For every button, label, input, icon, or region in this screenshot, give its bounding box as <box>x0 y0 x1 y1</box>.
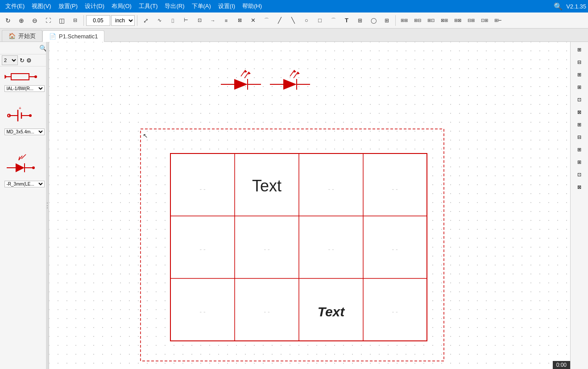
svg-text:Text: Text <box>318 304 346 319</box>
settings-icon[interactable]: ⚙ <box>26 57 32 64</box>
comp-btn4[interactable]: ⊠⊞ <box>438 14 451 27</box>
menu-file[interactable]: 文件(E) <box>2 1 28 11</box>
zoom-out-button[interactable]: ⊖ <box>29 14 41 27</box>
comp1-select[interactable]: IAL-1/8W(R... <box>4 85 45 92</box>
coordinates-display: 0:00 <box>556 362 567 368</box>
tabbar: 🏠 开始页 📄 P1.Schematic1 <box>0 29 588 42</box>
fit-button[interactable]: ⛶ <box>42 14 54 27</box>
menu-settings[interactable]: 设置(I) <box>215 1 239 11</box>
menu-layout[interactable]: 布局(O) <box>108 1 135 11</box>
menu-design[interactable]: 设计(D) <box>81 1 108 11</box>
unit-select[interactable]: inch mm <box>111 15 135 26</box>
right-btn-5[interactable]: ⊡ <box>572 94 587 105</box>
wire-button[interactable]: ∿ <box>153 14 166 27</box>
net-label-button[interactable]: → <box>207 14 219 27</box>
rect-button[interactable]: □ <box>314 14 326 27</box>
canvas-area[interactable]: ↖ Text - - - - - - - - - - <box>49 42 570 369</box>
junction-button[interactable]: ⊠ <box>233 14 246 27</box>
comp3-select[interactable]: -R_3mm(LE... <box>4 181 45 187</box>
menu-tools[interactable]: 工具(T) <box>135 1 161 11</box>
home-tab-icon: 🏠 <box>8 33 16 39</box>
panel-divider[interactable] <box>46 42 49 369</box>
right-btn-10[interactable]: ⊞ <box>572 156 587 168</box>
box-button[interactable]: ⊡ <box>193 14 206 27</box>
text-button[interactable]: T <box>340 14 353 27</box>
refresh-icon[interactable]: ↻ <box>20 57 25 64</box>
right-btn-6[interactable]: ⊠ <box>572 106 587 118</box>
right-btn-2[interactable]: ⊟ <box>572 56 587 68</box>
image-button[interactable]: ⊞ <box>354 14 366 27</box>
comp-btn1[interactable]: ⊞⊞ <box>398 14 410 27</box>
menu-help[interactable]: 帮助(H) <box>239 1 265 11</box>
svg-text:- -: - - <box>199 246 206 253</box>
grid-input-group: inch mm <box>86 15 135 26</box>
search-bar: 🔍 <box>0 42 49 54</box>
svg-point-3 <box>34 75 37 78</box>
curve-button[interactable]: ⌒ <box>260 14 273 27</box>
select2-button[interactable]: ⊟ <box>69 14 81 27</box>
comp1-label: IAL-1/8W(R... <box>4 85 45 92</box>
comp-btn5[interactable]: ⊞⊠ <box>451 14 464 27</box>
svg-marker-21 <box>234 79 248 90</box>
no-connect-button[interactable]: ✕ <box>247 14 259 27</box>
sep2 <box>137 15 137 26</box>
comp-btn6[interactable]: ⊟⊞ <box>465 14 477 27</box>
menu-place[interactable]: 放置(P) <box>55 1 81 11</box>
right-btn-8[interactable]: ⊟ <box>572 131 587 143</box>
table-button[interactable]: ⊞ <box>381 14 393 27</box>
search-icon[interactable]: 🔍 <box>554 2 563 11</box>
bus-wire-button[interactable]: ⌷ <box>166 14 179 27</box>
list-item[interactable]: IAL-1/8W(R... <box>3 68 46 94</box>
line2-button[interactable]: ╲ <box>287 14 299 27</box>
svg-line-34 <box>294 72 298 78</box>
svg-marker-29 <box>283 79 297 90</box>
menu-order[interactable]: 下单(A) <box>188 1 215 11</box>
comp2-select[interactable]: MD_3x5.4m... <box>4 129 45 135</box>
list-item[interactable]: -R_3mm(LE... <box>3 150 46 189</box>
left-panel: 🔍 1 2 3 ↻ ⚙ <box>0 42 49 369</box>
comp-btn3[interactable]: ⊞⊡ <box>425 14 437 27</box>
svg-line-26 <box>244 72 249 78</box>
zoom-level-select[interactable]: 1 2 3 <box>2 55 18 65</box>
right-btn-3[interactable]: ⊞ <box>572 69 587 80</box>
move-button[interactable]: ⤢ <box>140 14 152 27</box>
svg-marker-13 <box>16 163 25 172</box>
ellipse-button[interactable]: ○ <box>300 14 313 27</box>
svg-line-24 <box>241 70 245 76</box>
svg-line-18 <box>21 154 26 159</box>
left-controls: 1 2 3 ↻ ⚙ <box>0 54 49 66</box>
right-btn-12[interactable]: ⊠ <box>572 181 587 193</box>
menu-export[interactable]: 导出(R) <box>161 1 188 11</box>
comp3-label: -R_3mm(LE... <box>4 181 45 187</box>
grid-value-input[interactable] <box>86 15 110 26</box>
svg-text:- -: - - <box>264 308 270 315</box>
svg-text:- -: - - <box>199 308 206 315</box>
comp-btn7[interactable]: ⊡⊞ <box>478 14 491 27</box>
new-button[interactable]: ↻ <box>2 14 14 27</box>
schematic-tab-label: P1.Schematic1 <box>59 33 98 40</box>
tab-schematic[interactable]: 📄 P1.Schematic1 <box>42 30 104 42</box>
home-tab-label: 开始页 <box>18 32 36 40</box>
right-btn-11[interactable]: ⊡ <box>572 169 587 180</box>
comp-btn2[interactable]: ⊞⊟ <box>411 14 424 27</box>
port-button[interactable]: ⊢ <box>180 14 192 27</box>
arc-button[interactable]: ⌒ <box>327 14 340 27</box>
comp-btn8[interactable]: ⊞⊢ <box>492 14 504 27</box>
sep1 <box>83 15 84 26</box>
right-panel: ⊞ ⊟ ⊞ ⊞ ⊡ ⊠ ⊞ ⊟ ⊞ ⊞ ⊡ ⊠ <box>570 42 588 369</box>
right-btn-9[interactable]: ⊞ <box>572 144 587 155</box>
line-button[interactable]: ╱ <box>273 14 286 27</box>
zoom-in-button[interactable]: ⊕ <box>15 14 28 27</box>
menu-view[interactable]: 视图(V) <box>28 1 54 11</box>
select-rect-button[interactable]: ◫ <box>55 14 68 27</box>
statusbar: 0:00 <box>553 361 570 369</box>
svg-text:- -: - - <box>392 186 398 193</box>
right-btn-7[interactable]: ⊞ <box>572 119 587 130</box>
tab-home[interactable]: 🏠 开始页 <box>2 30 42 41</box>
schematic-canvas: ↖ Text - - - - - - - - - - <box>49 42 570 369</box>
circle-button[interactable]: ◯ <box>367 14 380 27</box>
right-btn-4[interactable]: ⊞ <box>572 81 587 93</box>
right-btn-1[interactable]: ⊞ <box>572 44 587 55</box>
bus-button[interactable]: ≡ <box>220 14 232 27</box>
list-item[interactable]: + MD_3x5.4m... <box>3 103 46 137</box>
